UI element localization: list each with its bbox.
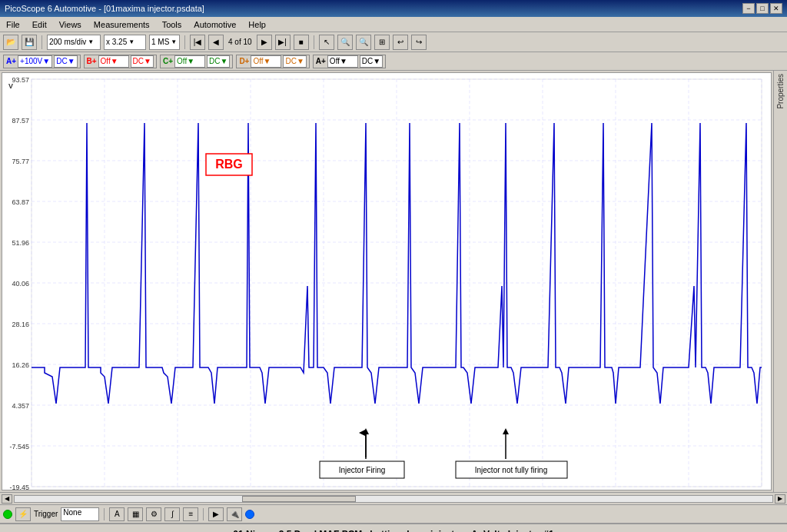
timebase-arrow: ▼ — [88, 38, 94, 45]
goto-end-button[interactable]: ▶| — [275, 35, 291, 50]
channel-d-block: D+ Off▼ DC▼ — [236, 55, 309, 68]
separator-bot2 — [203, 508, 204, 520]
status-led — [3, 510, 12, 519]
properties-panel: Properties — [773, 71, 787, 492]
zoom-value: x 3.25 — [106, 38, 127, 46]
channel-b-label: B+ — [87, 57, 97, 65]
redo-zoom-button[interactable]: ↪ — [411, 35, 427, 50]
channel-aux-label: A+ — [316, 57, 326, 65]
cursor-button[interactable]: ↖ — [319, 35, 334, 50]
channel-d-range[interactable]: Off▼ — [251, 55, 281, 68]
capture-arrow: ▼ — [171, 38, 177, 45]
stop-button[interactable]: ■ — [294, 35, 309, 50]
zoom-out-button[interactable]: 🔍 — [356, 35, 371, 50]
svg-text:63.87: 63.87 — [12, 198, 29, 206]
channel-d-coupling[interactable]: DC▼ — [283, 55, 306, 68]
capture-dropdown[interactable]: 1 MS ▼ — [149, 35, 180, 50]
window-buttons: − □ ✕ — [742, 3, 782, 14]
menu-file[interactable]: File — [3, 19, 23, 30]
menu-bar: File Edit Views Measurements Tools Autom… — [0, 17, 787, 32]
timebase-dropdown[interactable]: 200 ms/div ▼ — [47, 35, 101, 50]
scroll-thumb[interactable] — [242, 496, 356, 502]
capture-value: 1 MS — [151, 38, 169, 46]
channel-toggle-button[interactable]: ▦ — [128, 507, 143, 521]
minimize-button[interactable]: − — [742, 3, 755, 14]
play-button[interactable]: ▶ — [208, 507, 224, 521]
zoom-in-button[interactable]: 🔍 — [337, 35, 353, 50]
channel-c-coupling[interactable]: DC▼ — [207, 55, 230, 68]
close-button[interactable]: ✕ — [770, 3, 782, 14]
menu-help[interactable]: Help — [245, 19, 269, 30]
svg-text:-7.545: -7.545 — [9, 443, 29, 451]
properties-label: Properties — [776, 74, 785, 109]
svg-text:V: V — [8, 82, 13, 90]
h-scrollbar: ◀ ▶ — [0, 492, 787, 504]
separator-1 — [42, 35, 42, 49]
maximize-button[interactable]: □ — [756, 3, 769, 14]
svg-text:Injector not fully firing: Injector not fully firing — [475, 466, 548, 474]
menu-edit[interactable]: Edit — [29, 19, 50, 30]
channel-aux-block: A+ Off▼ DC▼ — [313, 55, 386, 68]
svg-text:4.357: 4.357 — [12, 402, 29, 410]
undo-zoom-button[interactable]: ↩ — [393, 35, 408, 50]
separator-2 — [184, 35, 185, 49]
save-button[interactable]: 💾 — [22, 35, 37, 50]
zoom-dropdown[interactable]: x 3.25 ▼ — [104, 35, 146, 50]
channel-aux-range[interactable]: Off▼ — [327, 55, 358, 68]
timebase-value: 200 ms/div — [49, 38, 86, 46]
channel-a-range[interactable]: +100V▼ — [18, 55, 52, 68]
scroll-right-button[interactable]: ▶ — [775, 494, 785, 504]
svg-text:87.57: 87.57 — [12, 117, 29, 125]
bottom-bar: ⚡ Trigger None A ▦ ⚙ ∫ ≡ ▶ 🔌 — [0, 504, 787, 523]
channel-a-block: A+ +100V▼ DC▼ — [3, 55, 81, 68]
menu-views[interactable]: Views — [56, 19, 85, 30]
usb-led — [245, 510, 254, 519]
toolbar: 📂 💾 200 ms/div ▼ x 3.25 ▼ 1 MS ▼ |◀ ◀ 4 … — [0, 32, 787, 52]
channel-b-range[interactable]: Off▼ — [98, 55, 129, 68]
status-bar: 01 Nissan 3.5 Dead MAF PCM shutting down… — [0, 523, 787, 532]
main-area: 93.57 87.57 75.77 63.87 51.96 40.06 28.1… — [0, 71, 787, 492]
trigger-icon: ⚡ — [15, 507, 31, 521]
trigger-label: Trigger — [34, 510, 58, 518]
menu-measurements[interactable]: Measurements — [91, 19, 153, 30]
menu-tools[interactable]: Tools — [159, 19, 185, 30]
svg-text:Injector Firing: Injector Firing — [339, 466, 386, 474]
channel-c-label: C+ — [163, 57, 173, 65]
channel-a-label: A+ — [6, 57, 16, 65]
goto-start-button[interactable]: |◀ — [190, 35, 205, 50]
open-button[interactable]: 📂 — [3, 35, 18, 50]
math-button[interactable]: ∫ — [164, 507, 180, 521]
app-title: PicoScope 6 Automotive - [01maxima injec… — [5, 4, 204, 13]
menu-automotive[interactable]: Automotive — [191, 19, 239, 30]
zoom-arrow: ▼ — [128, 38, 134, 45]
prev-button[interactable]: ◀ — [208, 35, 224, 50]
next-button[interactable]: ▶ — [257, 35, 272, 50]
scroll-track[interactable] — [14, 495, 773, 503]
status-text: 01 Nissan 3.5 Dead MAF PCM shutting down… — [233, 529, 553, 532]
settings-button[interactable]: ⚙ — [146, 507, 161, 521]
zoom-all-button[interactable]: ⊞ — [374, 35, 390, 50]
svg-text:RBG: RBG — [215, 158, 243, 171]
channel-b-block: B+ Off▼ DC▼ — [84, 55, 157, 68]
svg-text:75.77: 75.77 — [12, 158, 29, 165]
channel-c-block: C+ Off▼ DC▼ — [160, 55, 233, 68]
svg-text:16.26: 16.26 — [12, 361, 29, 369]
scope-waveform: 93.57 87.57 75.77 63.87 51.96 40.06 28.1… — [2, 73, 771, 490]
position-label: 4 of 10 — [227, 38, 254, 46]
svg-text:-19.45: -19.45 — [9, 484, 29, 490]
svg-text:28.16: 28.16 — [12, 321, 29, 328]
svg-text:93.57: 93.57 — [12, 76, 29, 84]
channel-b-coupling[interactable]: DC▼ — [131, 55, 154, 68]
add-channel-button[interactable]: A — [109, 507, 125, 521]
channel-d-label: D+ — [239, 57, 249, 65]
channel-a-coupling[interactable]: DC▼ — [54, 55, 77, 68]
separator-bot — [104, 508, 105, 520]
channel-c-range[interactable]: Off▼ — [174, 55, 205, 68]
svg-text:40.06: 40.06 — [12, 280, 29, 288]
usb-button[interactable]: 🔌 — [227, 507, 242, 521]
channel-aux-coupling[interactable]: DC▼ — [360, 55, 383, 68]
trigger-dropdown[interactable]: None — [61, 507, 99, 521]
ref-button[interactable]: ≡ — [183, 507, 198, 521]
scope-area[interactable]: 93.57 87.57 75.77 63.87 51.96 40.06 28.1… — [2, 72, 772, 490]
scroll-left-button[interactable]: ◀ — [2, 494, 12, 504]
